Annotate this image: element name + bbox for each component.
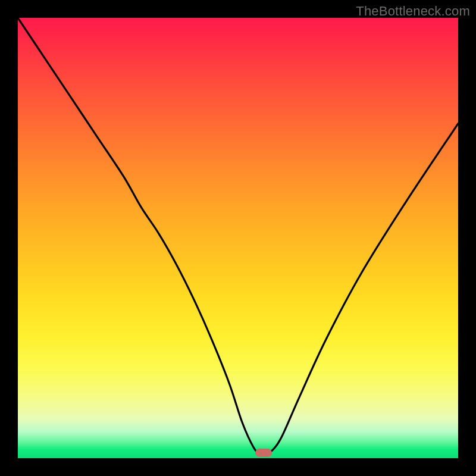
- chart-frame: TheBottleneck.com: [0, 0, 476, 476]
- background-gradient: [18, 18, 458, 458]
- watermark-text: TheBottleneck.com: [356, 4, 470, 19]
- minimum-marker: [255, 449, 272, 457]
- plot-area: [18, 18, 458, 458]
